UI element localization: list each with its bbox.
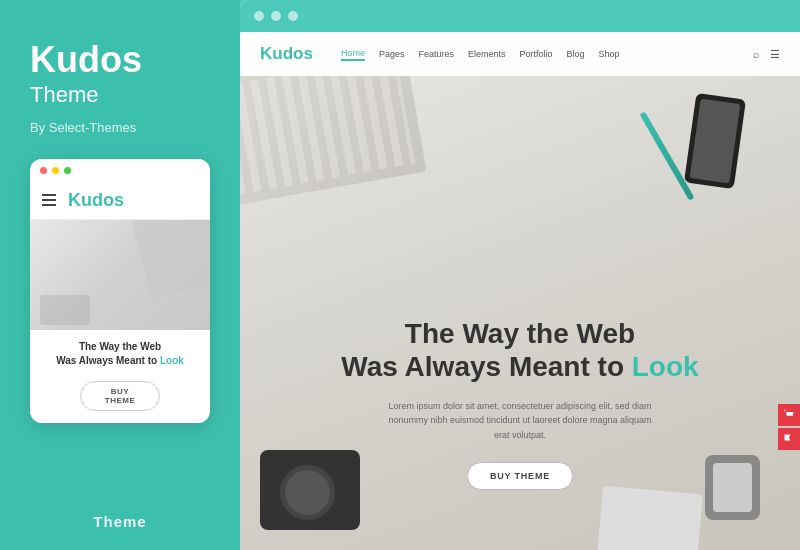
bottom-theme-label: Theme <box>0 513 240 530</box>
brand-by: By Select-Themes <box>30 120 210 135</box>
hamburger-icon[interactable] <box>42 194 56 206</box>
nav-link-shop[interactable]: Shop <box>599 49 620 59</box>
hero-keyboard-decoration <box>240 76 427 206</box>
desktop-preview: Kudos Home Pages Features Elements Portf… <box>240 0 800 550</box>
desktop-logo-accent: K <box>260 44 272 63</box>
mobile-hero-text: The Way the Web Was Always Meant to Look <box>30 330 210 373</box>
desktop-dot-red <box>254 11 264 21</box>
nav-right: ⌕ ☰ <box>753 48 780 61</box>
dot-green <box>64 167 71 174</box>
desktop-top-bar <box>240 0 800 32</box>
mobile-top-bar <box>30 159 210 182</box>
nav-link-features[interactable]: Features <box>418 49 454 59</box>
mobile-logo-accent: K <box>68 190 81 210</box>
overlay-icon-cart[interactable] <box>778 404 800 426</box>
sidebar: Kudos Theme By Select-Themes Kudos The W… <box>0 0 240 550</box>
desktop-dot-green <box>288 11 298 21</box>
menu-icon[interactable]: ☰ <box>770 48 780 61</box>
hero-text-block: The Way the Web Was Always Meant to Look… <box>341 317 698 490</box>
desktop-dot-yellow <box>271 11 281 21</box>
mobile-buy-button[interactable]: BUY THEME <box>80 381 160 411</box>
hero-tablet-decoration <box>597 486 703 550</box>
desktop-nav: Kudos Home Pages Features Elements Portf… <box>240 32 800 76</box>
nav-links: Home Pages Features Elements Portfolio B… <box>341 48 620 61</box>
mobile-nav: Kudos <box>30 182 210 220</box>
desktop-hero: The Way the Web Was Always Meant to Look… <box>240 76 800 550</box>
nav-link-elements[interactable]: Elements <box>468 49 506 59</box>
hero-watch-decoration <box>705 455 760 520</box>
dot-yellow <box>52 167 59 174</box>
nav-link-home[interactable]: Home <box>341 48 365 61</box>
hero-pen-decoration <box>639 111 694 201</box>
search-icon[interactable]: ⌕ <box>753 48 760 60</box>
hero-phone-decoration <box>684 93 746 189</box>
nav-link-pages[interactable]: Pages <box>379 49 405 59</box>
hero-heading-accent: Look <box>632 351 699 382</box>
dot-red <box>40 167 47 174</box>
mobile-hero-accent: Look <box>160 355 184 366</box>
desktop-logo: Kudos <box>260 44 313 64</box>
mobile-logo: Kudos <box>68 190 124 211</box>
mobile-hero-image <box>30 220 210 330</box>
overlay-icons <box>778 404 800 450</box>
mobile-preview-card: Kudos The Way the Web Was Always Meant t… <box>30 159 210 423</box>
nav-link-blog[interactable]: Blog <box>567 49 585 59</box>
overlay-icon-flag[interactable] <box>778 428 800 450</box>
hero-heading: The Way the Web Was Always Meant to Look <box>341 317 698 384</box>
hero-subtext: Lorem ipsum dolor sit amet, consectetuer… <box>380 399 660 442</box>
brand-subtitle: Theme <box>30 82 210 108</box>
hero-cta-button[interactable]: BUY THEME <box>467 462 573 490</box>
nav-link-portfolio[interactable]: Portfolio <box>520 49 553 59</box>
brand-title: Kudos <box>30 40 210 80</box>
